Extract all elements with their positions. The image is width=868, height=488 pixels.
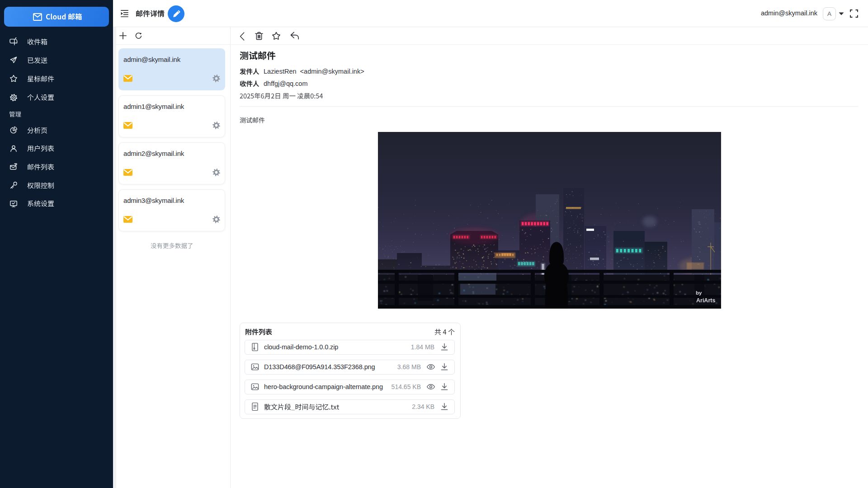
svg-text:AriArts: AriArts <box>696 297 715 304</box>
svg-text:by: by <box>696 290 702 296</box>
